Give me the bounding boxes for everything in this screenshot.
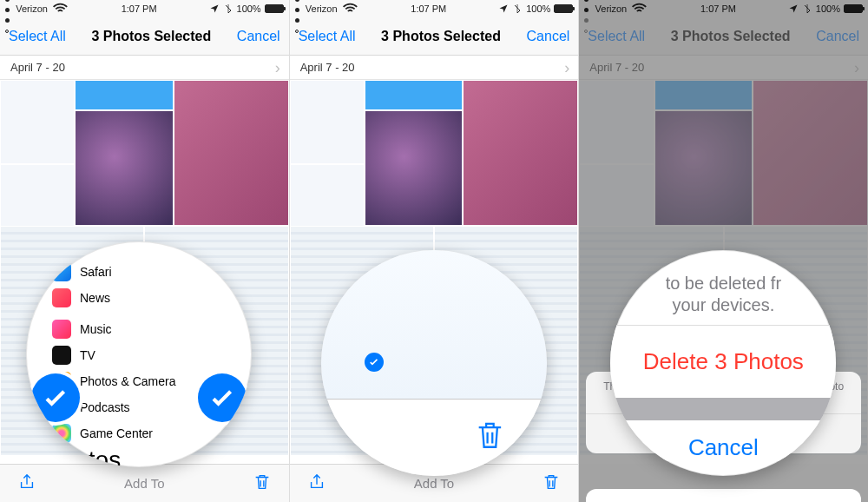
panel-step-1: Verizon 1:07 PM 100% Select All 3 Photos… (0, 0, 290, 502)
lens3-msg-line2: your devices. (672, 295, 774, 314)
news-icon (52, 288, 71, 307)
app-row-music[interactable]: Music (52, 316, 226, 342)
location-arrow-icon (209, 3, 220, 14)
checkmark-icon (41, 383, 70, 413)
app-row-safari[interactable]: Safari (52, 259, 226, 285)
battery-icon (265, 4, 284, 13)
app-row-news[interactable]: News (52, 285, 226, 311)
nav-title: 3 Photos Selected (91, 29, 211, 44)
magnifier-1: Safari News Music TV Photos & Camera Pod… (26, 241, 252, 467)
select-all-button[interactable]: Select All (9, 29, 66, 44)
clock-label: 1:07 PM (122, 3, 157, 14)
carrier-label: Verizon (16, 3, 48, 14)
add-to-button[interactable]: Add To (290, 476, 579, 491)
cancel-button[interactable]: Cancel (237, 29, 280, 44)
bluetooth-icon (223, 3, 233, 14)
select-all-button[interactable]: Select All (299, 29, 356, 44)
lens3-msg-line1: to be deleted fr (666, 274, 781, 293)
cancel-button[interactable]: Cancel (527, 29, 570, 44)
trash-icon (474, 419, 503, 453)
carrier-label: Verizon (306, 3, 338, 14)
app-row-gamecenter[interactable]: Game Center (52, 420, 226, 446)
app-row-tv[interactable]: TV (52, 342, 226, 368)
wifi-icon (51, 0, 69, 17)
battery-pct-label: 100% (237, 3, 261, 14)
checkmark-icon (207, 383, 237, 413)
nav-title: 3 Photos Selected (381, 29, 501, 44)
clock-label: 1:07 PM (411, 3, 446, 14)
selection-check-lens[interactable] (365, 353, 384, 372)
trash-button-lens[interactable] (474, 419, 503, 457)
magnifier-2 (321, 250, 547, 476)
battery-pct-label: 100% (526, 3, 550, 14)
date-range-row[interactable]: April 7 - 20 (290, 56, 579, 80)
app-label: Podcasts (80, 400, 130, 414)
tv-icon (52, 346, 71, 365)
add-to-button[interactable]: Add To (0, 476, 289, 491)
delete-photos-button[interactable]: Delete 3 Photos (610, 325, 836, 398)
battery-icon (554, 4, 573, 13)
bluetooth-icon (512, 3, 523, 14)
app-label: News (80, 291, 110, 305)
location-arrow-icon (498, 3, 509, 14)
app-label: Music (80, 322, 112, 336)
magnifier-3: to be deleted fr your devices. Delete 3 … (610, 250, 836, 476)
sheet-cancel-button[interactable]: Cancel (586, 489, 861, 502)
sheet-divider (610, 398, 836, 420)
panel-step-3: Verizon 1:07 PM 100% Select All 3 Photos… (579, 0, 868, 502)
app-label: Photos & Camera (80, 374, 176, 388)
checkmark-icon (368, 356, 379, 367)
music-icon (52, 320, 71, 339)
panel-step-2: Verizon 1:07 PM 100% Select All 3 Photos… (290, 0, 580, 502)
date-range-row[interactable]: April 7 - 20 (0, 56, 289, 80)
wifi-icon (341, 0, 359, 17)
app-label: TV (80, 348, 95, 362)
bottom-toolbar: Add To (0, 464, 289, 502)
status-bar: Verizon 1:07 PM 100% (0, 0, 289, 17)
status-bar: Verizon 1:07 PM 100% (290, 0, 579, 17)
app-label: Safari (80, 265, 112, 279)
app-label: Game Center (80, 426, 153, 440)
